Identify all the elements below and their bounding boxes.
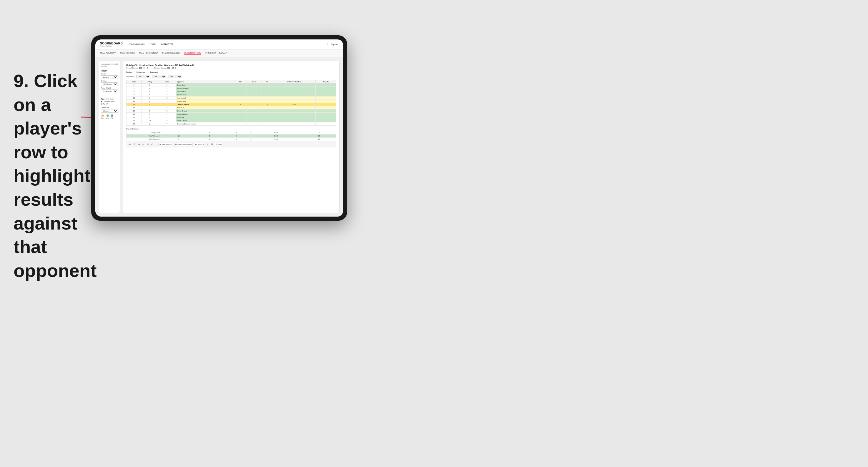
region-select[interactable]: (All): [136, 75, 150, 78]
logo-text: SCOREBOARD: [100, 42, 123, 45]
sidebar-division-label: Division: [101, 80, 118, 82]
clock-button[interactable]: ⏱: [150, 143, 154, 146]
forward-button[interactable]: ↪: [137, 143, 141, 146]
share-button[interactable]: ⤴ Share: [215, 143, 223, 146]
radio-group: Opponents Played Top 100: [101, 101, 118, 105]
col-diff: Diff Av Strokes/Rnd: [273, 80, 316, 84]
nav-teams[interactable]: TEAMS: [149, 43, 156, 46]
subnav-team-h2h-grid[interactable]: TEAM H2H GRID: [120, 52, 135, 55]
resize-button[interactable]: ⤢: [206, 143, 209, 146]
watch-button[interactable]: 👀 Watch ▾: [194, 143, 205, 146]
legend-level: Level: [106, 115, 110, 119]
opponent-filter: Opponent: [150, 71, 158, 73]
toolbar-sep-1: [156, 143, 156, 146]
sidebar-division-select[interactable]: NCAA Division III: [101, 83, 118, 86]
table-row[interactable]: 914Sharon Mun: [126, 93, 336, 96]
save-custom-button[interactable]: 💾 Save Custom View: [174, 143, 193, 146]
subnav-player-h2h-heatmap[interactable]: PLAYER H2H HEATMAP: [206, 52, 227, 55]
table-row[interactable]: 381Esther Lee: [126, 84, 336, 87]
out-row-foreign[interactable]: Foreign Team 1 0 0 4.500 2: [126, 131, 336, 134]
legend-down-dot: [101, 115, 104, 117]
legend-up-dot: [111, 115, 113, 117]
table-row[interactable]: 19106Emily Chang: [126, 119, 336, 122]
tablet-frame: SCOREBOARD Powered by clippd TOURNAMENTS…: [91, 35, 347, 221]
table-row[interactable]: 1691Jessica Mason: [126, 113, 336, 116]
col-div: # Div: [126, 80, 142, 84]
legend-down: Down: [101, 115, 104, 119]
radio-top100[interactable]: Top 100: [101, 103, 118, 105]
colour-by-select[interactable]: Win/loss: [101, 109, 118, 113]
table-row[interactable]: 522Alexis Sudjianto: [126, 87, 336, 90]
out-of-division-title: Out of division: [126, 128, 336, 130]
col-conf: # Conf: [158, 80, 176, 84]
nav-tournaments[interactable]: TOURNAMENTS: [129, 43, 145, 46]
cut-button[interactable]: ✂: [142, 143, 145, 146]
sidebar-gender-select[interactable]: Women's: [101, 75, 118, 79]
logo-area: SCOREBOARD Powered by clippd: [100, 42, 123, 47]
legend-up: Up: [111, 115, 113, 119]
out-division-table: Foreign Team 1 0 0 4.500 2 NAIA Division…: [126, 131, 336, 141]
redo-button[interactable]: ⟳: [133, 143, 136, 146]
grid-title: Katelyn Vo Head-to-Head Grid for Women's…: [126, 64, 336, 66]
table-row[interactable]: 613Sydney Kuo: [126, 90, 336, 93]
col-loss: Loss: [247, 80, 262, 84]
out-row-ncaa2[interactable]: NCAA Division 2 5 0 0 7.400 10: [126, 138, 336, 141]
h2h-table: # Div # Reg # Conf Opponent Win Loss Tie…: [126, 80, 336, 126]
out-of-division: Out of division Foreign Team 1 0 0 4.500…: [126, 128, 336, 141]
opponent-view-title: Opponent view: [101, 98, 118, 100]
tablet-screen: SCOREBOARD Powered by clippd TOURNAMENTS…: [95, 39, 343, 217]
logo-sub: Powered by clippd: [100, 45, 123, 47]
out-row-naia1[interactable]: NAIA Division 1 15 0 0 9.267 30: [126, 134, 336, 138]
region-filter: Region: [126, 71, 132, 73]
col-tie: Tie: [261, 80, 273, 84]
view-icon: 👁: [159, 144, 161, 145]
subnav-player-h2h-grid[interactable]: PLAYER H2H GRID: [184, 51, 202, 55]
subnav-team-summary[interactable]: TEAM SUMMARY: [100, 52, 116, 55]
table-row-highlighted[interactable]: 13 1 Jessica Huang 0 1 0 -3.00 2: [126, 103, 336, 106]
copy-button[interactable]: ⧉: [146, 143, 149, 146]
watch-icon: 👀: [195, 144, 197, 145]
sidebar-player-rank-select[interactable]: 8. Katelyn Vo: [101, 89, 118, 93]
opponents-label: Opponents:: [126, 75, 134, 77]
radio-opponents-played[interactable]: Opponents Played: [101, 101, 118, 102]
sidebar-timestamp: Last Updated: 27/03/2024 16:55:28: [101, 63, 118, 67]
nav-committee[interactable]: COMMITTEE: [161, 43, 173, 46]
sidebar: Last Updated: 27/03/2024 16:55:28 Player…: [99, 61, 120, 213]
table-row[interactable]: 1585Stella Chang: [126, 110, 336, 113]
undo-button[interactable]: ↩: [129, 143, 132, 146]
table-row[interactable]: 1321Heeju Hyun: [126, 100, 336, 103]
main-content: Last Updated: 27/03/2024 16:55:28 Player…: [95, 57, 343, 217]
subnav-team-h2h-heatmap[interactable]: TEAM H2H HEATMAP: [139, 52, 158, 55]
radio-dot-opponents: [101, 101, 102, 102]
conference-filter: Conference: [136, 71, 145, 73]
colour-by-title: Colour by: [101, 106, 118, 108]
save-icon: 💾: [175, 144, 178, 145]
legend-level-dot: [106, 115, 109, 117]
conference-select[interactable]: (All): [152, 75, 166, 78]
nav-items: TOURNAMENTS TEAMS COMMITTEE: [129, 43, 328, 46]
sign-out-button[interactable]: Sign out: [328, 43, 338, 45]
col-opponent: Opponent: [176, 80, 234, 84]
col-rounds: Rounds: [316, 80, 336, 84]
annotation-text: 9. Click on a player's row to highlight …: [13, 69, 84, 282]
sidebar-player-title: Player: [101, 70, 118, 72]
grid-area: Katelyn Vo Head-to-Head Grid for Women's…: [123, 61, 340, 213]
nav-bar: SCOREBOARD Powered by clippd TOURNAMENTS…: [95, 39, 343, 50]
opponent-select[interactable]: (All): [168, 75, 182, 78]
bottom-toolbar: ↩ ⟳ ↪ ✂ ⧉ ⏱ 👁 View: Original 💾 Save Cust…: [126, 141, 336, 148]
grid-records: Overall Record: 353 - 34 - 6 Division Re…: [126, 67, 336, 69]
table-row[interactable]: 1822Euna Lee: [126, 116, 336, 119]
subnav-player-summary[interactable]: PLAYER SUMMARY: [162, 52, 180, 55]
grid-button[interactable]: ⊞: [210, 143, 214, 146]
share-icon: ⤴: [216, 144, 217, 145]
sidebar-gender-label: Gender: [101, 73, 118, 75]
view-original-button[interactable]: 👁 View: Original: [158, 143, 173, 146]
sidebar-player-rank-label: Player (Rank): [101, 87, 118, 89]
table-row[interactable]: 20117Federica Domecq Lacroze: [126, 122, 336, 126]
table-row[interactable]: 1063Andrea York: [126, 96, 336, 100]
table-row[interactable]: 1474Eunice Yi: [126, 106, 336, 110]
sub-nav: TEAM SUMMARY TEAM H2H GRID TEAM H2H HEAT…: [95, 50, 343, 57]
radio-dot-top100: [101, 103, 102, 105]
legend: Down Level Up: [101, 115, 118, 119]
col-win: Win: [234, 80, 247, 84]
